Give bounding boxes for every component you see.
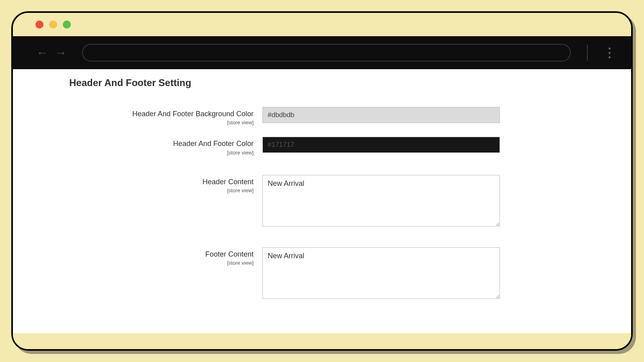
input-header-content[interactable] xyxy=(262,175,500,226)
row-bgcolor: Header And Footer Background Color [stor… xyxy=(69,107,599,125)
input-color[interactable]: #171717 xyxy=(262,137,500,153)
label-color: Header And Footer Color xyxy=(69,139,254,148)
row-color: Header And Footer Color [store view] #17… xyxy=(69,137,599,155)
browser-window: ← → Header And Footer Setting Header And… xyxy=(11,11,633,351)
row-header-content: Header Content [store view] xyxy=(69,175,599,228)
label-footer-content: Footer Content xyxy=(69,250,254,259)
label-bgcolor: Header And Footer Background Color xyxy=(69,109,254,119)
label-header-content: Header Content xyxy=(69,177,254,187)
nav-forward-icon[interactable]: → xyxy=(54,46,68,60)
input-bgcolor[interactable]: #dbdbdb xyxy=(262,107,500,123)
value-bgcolor: #dbdbdb xyxy=(268,111,294,119)
section-title: Header And Footer Setting xyxy=(13,77,631,88)
footer-strip xyxy=(13,333,631,349)
address-bar[interactable] xyxy=(82,44,571,62)
value-color: #171717 xyxy=(268,141,294,149)
scope-color: [store view] xyxy=(69,150,254,156)
nav-back-icon[interactable]: ← xyxy=(35,46,49,60)
title-bar xyxy=(13,13,631,36)
browser-toolbar: ← → xyxy=(13,36,631,69)
window-close-button[interactable] xyxy=(35,21,43,29)
input-footer-content[interactable] xyxy=(262,247,500,299)
form: Header And Footer Background Color [stor… xyxy=(13,107,631,300)
scope-bgcolor: [store view] xyxy=(69,119,254,125)
kebab-menu-icon[interactable] xyxy=(604,47,615,58)
toolbar-divider xyxy=(587,45,588,61)
row-footer-content: Footer Content [store view] xyxy=(69,247,599,300)
window-maximize-button[interactable] xyxy=(63,21,71,29)
window-minimize-button[interactable] xyxy=(49,21,57,29)
scope-header-content: [store view] xyxy=(69,187,254,193)
content-area: Header And Footer Setting Header And Foo… xyxy=(13,69,631,349)
scope-footer-content: [store view] xyxy=(69,260,254,266)
